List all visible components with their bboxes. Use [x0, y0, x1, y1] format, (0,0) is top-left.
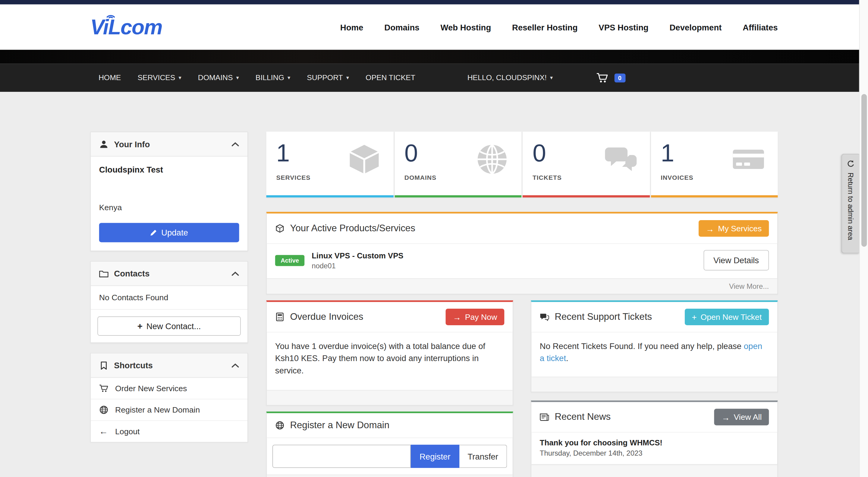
stat-tile-services[interactable]: 1 SERVICES: [266, 132, 393, 198]
navbar-item-billing[interactable]: BILLING ▾: [247, 64, 299, 92]
arrow-right-icon: →: [706, 224, 714, 233]
your-info-panel: Your Info Cloudspinx Test Kenya Update: [90, 132, 248, 251]
register-domain-panel: Register a New Domain Register Transfer: [266, 412, 513, 477]
sidebar: Your Info Cloudspinx Test Kenya Update: [90, 132, 248, 477]
domain-register-button[interactable]: Register: [411, 445, 459, 468]
recent-news-panel: Recent News → View All Thank you for cho…: [531, 401, 778, 477]
arrow-left-icon: ←: [99, 427, 108, 436]
your-info-panel-header[interactable]: Your Info: [91, 132, 247, 157]
stat-tile-domains[interactable]: 0 DOMAINS: [395, 132, 522, 198]
nav-link-web-hosting[interactable]: Web Hosting: [440, 22, 491, 32]
new-contact-button[interactable]: + New Contact...: [97, 316, 241, 336]
wifi-signal-icon: [105, 12, 116, 19]
open-new-ticket-button[interactable]: + Open New Ticket: [685, 309, 769, 325]
navbar-item-services[interactable]: SERVICES ▾: [129, 64, 190, 92]
view-details-button[interactable]: View Details: [704, 250, 769, 270]
logo[interactable]: ViLcom: [90, 16, 162, 38]
chevron-up-icon[interactable]: [231, 271, 239, 276]
update-button-label: Update: [161, 228, 188, 237]
domain-search-form: Register Transfer: [267, 438, 513, 475]
chevron-up-icon[interactable]: [231, 142, 239, 146]
my-services-label: My Services: [718, 224, 762, 233]
shortcuts-panel-header[interactable]: Shortcuts: [91, 353, 247, 378]
pencil-icon: [150, 229, 157, 236]
shortcuts-panel: Shortcuts Order New Services: [90, 353, 248, 443]
site-header: ViLcom Home Domains Web Hosting Reseller…: [0, 4, 868, 50]
main-nav: Home Domains Web Hosting Reseller Hostin…: [340, 22, 778, 32]
shortcut-logout[interactable]: ← Logout: [91, 420, 247, 442]
hero-banner: [0, 50, 868, 64]
navbar-item-open-ticket[interactable]: OPEN TICKET: [358, 64, 424, 92]
status-badge: Active: [275, 255, 304, 266]
panel-title: Your Info: [114, 139, 226, 149]
pay-now-button[interactable]: → Pay Now: [446, 309, 504, 325]
whmcs-client-dashboard: ViLcom Home Domains Web Hosting Reseller…: [0, 0, 868, 477]
navbar-item-label: HOME: [98, 73, 121, 82]
view-more-link[interactable]: View More...: [729, 282, 769, 291]
cart-count-badge: 0: [614, 73, 625, 82]
nav-link-development[interactable]: Development: [670, 22, 721, 32]
arrow-right-icon: →: [721, 413, 730, 421]
scrollbar-thumb[interactable]: [861, 94, 867, 247]
main-content: Your Info Cloudspinx Test Kenya Update: [0, 92, 868, 477]
user-icon: [99, 140, 108, 148]
client-info-body: Cloudspinx Test Kenya Update: [91, 157, 247, 250]
dashboard-left-column: Overdue Invoices → Pay Now You have 1 ov…: [266, 300, 513, 477]
nav-link-domains[interactable]: Domains: [384, 22, 419, 32]
bookmark-icon: [99, 361, 108, 370]
top-accent-bar: [0, 0, 868, 4]
account-greeting: HELLO, CLOUDSPINX!: [467, 73, 547, 82]
stat-tile-invoices[interactable]: 1 INVOICES: [651, 132, 778, 198]
navbar-account-menu[interactable]: HELLO, CLOUDSPINX! ▾: [459, 64, 561, 92]
navbar-item-label: OPEN TICKET: [366, 73, 415, 82]
no-contacts-message: No Contacts Found: [91, 286, 247, 310]
product-name: Linux VPS - Custom VPS: [312, 251, 403, 260]
shortcut-label: Register a New Domain: [115, 405, 200, 414]
navbar-item-support[interactable]: SUPPORT ▾: [299, 64, 358, 92]
contacts-panel-header[interactable]: Contacts: [91, 262, 247, 286]
my-services-button[interactable]: → My Services: [699, 220, 769, 237]
chat-bubbles-icon: [540, 313, 549, 321]
return-to-admin-label: Return to admin area: [846, 173, 855, 240]
caret-down-icon: ▾: [179, 75, 181, 80]
shortcut-label: Order New Services: [115, 384, 187, 393]
navbar-item-home[interactable]: HOME: [90, 64, 129, 92]
client-navbar: HOME SERVICES ▾ DOMAINS ▾ BILLING ▾ SUPP…: [0, 64, 868, 92]
box-icon: [347, 142, 381, 176]
return-to-admin-tab[interactable]: Return to admin area: [841, 154, 859, 253]
panel-title: Your Active Products/Services: [290, 223, 693, 234]
nav-link-vps-hosting[interactable]: VPS Hosting: [598, 22, 648, 32]
dashboard-right-column: Recent Support Tickets + Open New Ticket…: [531, 300, 778, 477]
shortcut-register-domain[interactable]: Register a New Domain: [91, 399, 247, 420]
caret-down-icon: ▾: [550, 75, 553, 80]
navbar-item-label: DOMAINS: [198, 73, 233, 82]
domain-transfer-button[interactable]: Transfer: [459, 445, 507, 468]
nav-link-affiliates[interactable]: Affiliates: [743, 22, 778, 32]
navbar-item-domains[interactable]: DOMAINS ▾: [190, 64, 247, 92]
domain-search-input[interactable]: [273, 445, 411, 468]
navbar-cart[interactable]: 0: [588, 64, 634, 92]
panel-title: Contacts: [114, 269, 226, 278]
client-location: Kenya: [99, 203, 239, 212]
news-headline: Thank you for choosing WHMCS!: [540, 438, 769, 447]
product-hostname: node01: [312, 261, 403, 270]
calculator-icon: [275, 313, 284, 321]
update-info-button[interactable]: Update: [99, 223, 239, 242]
active-products-panel: Your Active Products/Services → My Servi…: [266, 212, 778, 294]
pay-now-label: Pay Now: [465, 313, 497, 321]
shortcut-label: Logout: [115, 427, 140, 436]
open-new-ticket-label: Open New Ticket: [701, 313, 762, 321]
shortcut-order-new-services[interactable]: Order New Services: [91, 378, 247, 399]
chevron-up-icon[interactable]: [231, 363, 239, 368]
logo-text: ViLcom: [90, 15, 162, 39]
nav-link-reseller-hosting[interactable]: Reseller Hosting: [512, 22, 578, 32]
view-all-label: View All: [734, 413, 762, 421]
scrollbar-track[interactable]: [859, 0, 868, 477]
nav-link-home[interactable]: Home: [340, 22, 364, 32]
stat-tile-tickets[interactable]: 0 TICKETS: [523, 132, 650, 198]
tickets-empty-message: No Recent Tickets Found. If you need any…: [540, 340, 769, 364]
news-item[interactable]: Thank you for choosing WHMCS! Thursday, …: [531, 433, 777, 465]
globe-icon: [99, 405, 108, 414]
plus-icon: +: [692, 313, 697, 321]
view-all-button[interactable]: → View All: [714, 409, 769, 425]
